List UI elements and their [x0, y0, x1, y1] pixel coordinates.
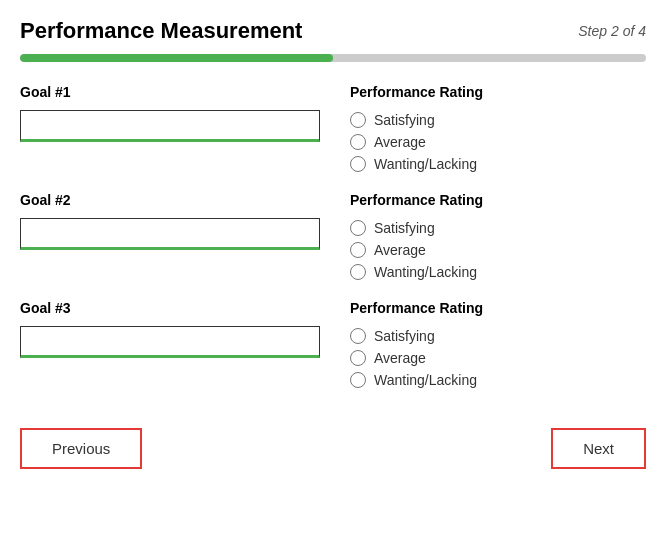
goal-label-1: Goal #1 — [20, 84, 320, 100]
goal-right-2: Performance RatingSatisfyingAverageWanti… — [350, 192, 646, 280]
radio-label-1-2: Average — [374, 134, 426, 150]
radio-2-2[interactable] — [350, 242, 366, 258]
goal-row-3: Goal #3Performance RatingSatisfyingAvera… — [20, 300, 646, 388]
radio-group-1: SatisfyingAverageWanting/Lacking — [350, 112, 646, 172]
radio-3-1[interactable] — [350, 328, 366, 344]
radio-item-2-1[interactable]: Satisfying — [350, 220, 646, 236]
radio-label-2-3: Wanting/Lacking — [374, 264, 477, 280]
radio-2-3[interactable] — [350, 264, 366, 280]
radio-item-1-2[interactable]: Average — [350, 134, 646, 150]
goal-right-1: Performance RatingSatisfyingAverageWanti… — [350, 84, 646, 172]
goal-row-1: Goal #1Performance RatingSatisfyingAvera… — [20, 84, 646, 172]
rating-label-3: Performance Rating — [350, 300, 646, 316]
radio-item-3-2[interactable]: Average — [350, 350, 646, 366]
radio-3-3[interactable] — [350, 372, 366, 388]
goal-input-2[interactable] — [20, 218, 320, 250]
radio-label-2-1: Satisfying — [374, 220, 435, 236]
progress-bar-container — [20, 54, 646, 62]
goal-left-2: Goal #2 — [20, 192, 320, 250]
rating-label-2: Performance Rating — [350, 192, 646, 208]
radio-item-3-3[interactable]: Wanting/Lacking — [350, 372, 646, 388]
radio-group-2: SatisfyingAverageWanting/Lacking — [350, 220, 646, 280]
goal-row-2: Goal #2Performance RatingSatisfyingAvera… — [20, 192, 646, 280]
goal-left-1: Goal #1 — [20, 84, 320, 142]
radio-item-2-2[interactable]: Average — [350, 242, 646, 258]
radio-label-3-2: Average — [374, 350, 426, 366]
radio-1-3[interactable] — [350, 156, 366, 172]
goal-label-3: Goal #3 — [20, 300, 320, 316]
radio-3-2[interactable] — [350, 350, 366, 366]
radio-label-1-1: Satisfying — [374, 112, 435, 128]
radio-label-2-2: Average — [374, 242, 426, 258]
radio-item-1-1[interactable]: Satisfying — [350, 112, 646, 128]
goal-left-3: Goal #3 — [20, 300, 320, 358]
goal-input-1[interactable] — [20, 110, 320, 142]
goal-input-3[interactable] — [20, 326, 320, 358]
progress-bar-fill — [20, 54, 333, 62]
radio-item-2-3[interactable]: Wanting/Lacking — [350, 264, 646, 280]
page-title: Performance Measurement — [20, 18, 302, 44]
radio-label-3-3: Wanting/Lacking — [374, 372, 477, 388]
next-button[interactable]: Next — [551, 428, 646, 469]
radio-label-1-3: Wanting/Lacking — [374, 156, 477, 172]
footer: Previous Next — [20, 418, 646, 469]
previous-button[interactable]: Previous — [20, 428, 142, 469]
radio-label-3-1: Satisfying — [374, 328, 435, 344]
step-label: Step 2 of 4 — [578, 23, 646, 39]
radio-item-1-3[interactable]: Wanting/Lacking — [350, 156, 646, 172]
radio-group-3: SatisfyingAverageWanting/Lacking — [350, 328, 646, 388]
radio-2-1[interactable] — [350, 220, 366, 236]
rating-label-1: Performance Rating — [350, 84, 646, 100]
radio-item-3-1[interactable]: Satisfying — [350, 328, 646, 344]
radio-1-1[interactable] — [350, 112, 366, 128]
goals-section: Goal #1Performance RatingSatisfyingAvera… — [20, 84, 646, 388]
radio-1-2[interactable] — [350, 134, 366, 150]
goal-right-3: Performance RatingSatisfyingAverageWanti… — [350, 300, 646, 388]
goal-label-2: Goal #2 — [20, 192, 320, 208]
